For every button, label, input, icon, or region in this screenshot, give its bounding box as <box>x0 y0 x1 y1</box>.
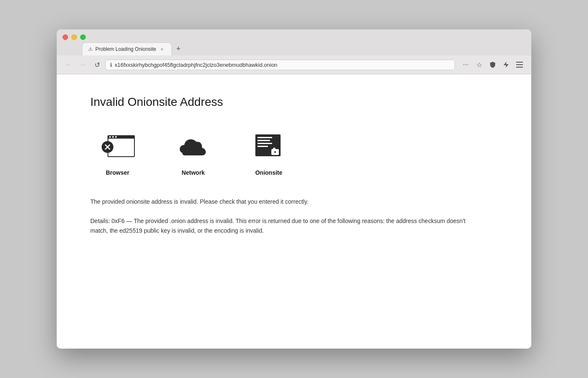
url-text: x16fxxskirhybchgpof45flgctadrphjfnc2jclz… <box>115 62 450 68</box>
network-label: Network <box>181 169 205 176</box>
menu-button[interactable] <box>514 59 525 71</box>
lightning-button[interactable] <box>500 59 512 71</box>
title-bar: ⚠ Problem Loading Onionsite × + <box>57 29 531 55</box>
svg-rect-1 <box>516 64 523 65</box>
svg-rect-2 <box>516 67 523 68</box>
toolbar-icons: ··· ☆ <box>460 59 525 71</box>
tab-bar: ⚠ Problem Loading Onionsite × + <box>57 40 531 55</box>
back-button[interactable]: ← <box>63 59 74 71</box>
browser-window: ⚠ Problem Loading Onionsite × + ← → ↺ ℹ … <box>57 29 531 349</box>
network-icon-item: Network <box>174 130 212 176</box>
svg-rect-0 <box>516 62 523 63</box>
svg-point-5 <box>109 136 111 138</box>
browser-icon-item: Browser <box>99 130 136 176</box>
active-tab[interactable]: ⚠ Problem Loading Onionsite × <box>82 42 172 55</box>
network-icon <box>174 130 212 163</box>
tab-warning-icon: ⚠ <box>88 46 93 52</box>
maximize-button[interactable] <box>80 34 86 40</box>
svg-rect-14 <box>257 143 272 144</box>
error-icons-row: Browser Network <box>90 130 498 176</box>
svg-rect-12 <box>257 137 272 138</box>
address-input-wrapper[interactable]: ℹ x16fxxskirhybchgpof45flgctadrphjfnc2jc… <box>105 60 455 70</box>
browser-label: Browser <box>106 169 129 176</box>
onionsite-icon-item: Onionsite <box>250 130 288 176</box>
page-title: Invalid Onionsite Address <box>90 95 498 109</box>
shield-button[interactable] <box>487 59 499 71</box>
forward-button[interactable]: → <box>77 59 89 71</box>
svg-point-7 <box>115 136 117 138</box>
new-tab-button[interactable]: + <box>173 44 184 55</box>
svg-point-17 <box>274 151 276 153</box>
error-description: The provided onionsite address is invali… <box>90 197 468 206</box>
svg-rect-13 <box>257 140 270 141</box>
error-details: Details: 0xF6 — The provided .onion addr… <box>90 216 468 235</box>
svg-rect-15 <box>257 146 268 147</box>
page-content: Invalid Onionsite Address <box>57 74 531 349</box>
lock-icon: ℹ <box>110 62 112 68</box>
onionsite-icon <box>250 130 288 163</box>
window-controls <box>57 29 531 40</box>
reload-button[interactable]: ↺ <box>91 59 103 71</box>
bookmark-button[interactable]: ☆ <box>473 59 485 71</box>
browser-icon <box>99 130 136 163</box>
close-button[interactable] <box>63 34 68 40</box>
address-bar: ← → ↺ ℹ x16fxxskirhybchgpof45flgctadrphj… <box>57 55 531 74</box>
minimize-button[interactable] <box>71 34 77 40</box>
svg-point-6 <box>112 136 114 138</box>
more-button[interactable]: ··· <box>460 59 472 71</box>
tab-label: Problem Loading Onionsite <box>95 46 156 52</box>
onionsite-label: Onionsite <box>255 169 283 176</box>
tab-close-button[interactable]: × <box>159 46 165 52</box>
